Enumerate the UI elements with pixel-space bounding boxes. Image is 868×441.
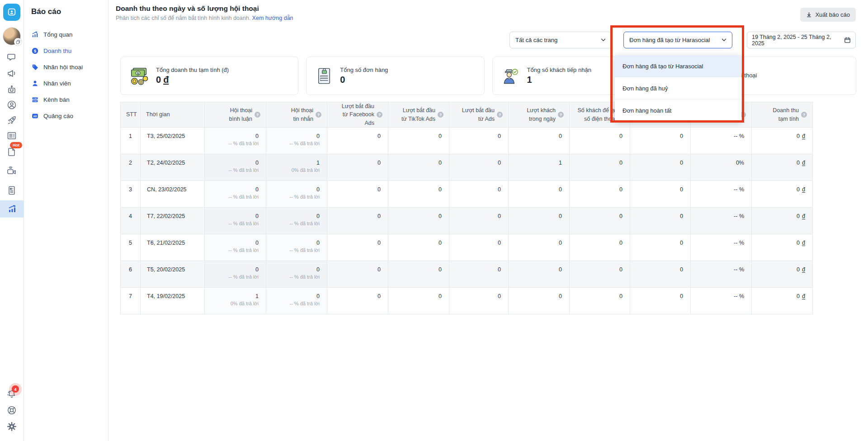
header-label: Số khách để lại số điện thoại (578, 106, 616, 123)
cell-value: 0-- % đã trả lời (266, 128, 327, 154)
cell-value: 0-- % đã trả lời (266, 288, 327, 314)
sidebar-item-label: Nhân viên (43, 80, 71, 87)
cell-value: 0 (509, 261, 570, 288)
cell-value: 0 (449, 208, 509, 234)
chatbot-icon[interactable] (6, 84, 17, 95)
header-cell: Lượt bắt đầu từ Facebook Ads? (327, 102, 388, 128)
help-icon[interactable]: ? (497, 112, 503, 118)
cell-value: 0 (509, 234, 570, 261)
report-sidebar: Báo cáo Tổng quan $ Doanh thu Nhãn hội t… (24, 0, 108, 441)
help-lifebuoy-icon[interactable] (6, 405, 17, 416)
sidebar-item-label: Kênh bán (43, 96, 70, 103)
table-row: 6T5, 20/02/20250-- % đã trả lời0-- % đã … (121, 261, 813, 288)
cell-time: T5, 20/02/2025 (141, 261, 205, 288)
cell-value: 0đ (752, 234, 813, 261)
page-filter-select[interactable]: Tất cả các trang (509, 32, 612, 48)
newsfeed-icon[interactable] (6, 130, 17, 141)
date-range-picker[interactable]: 19 Tháng 2, 2025 - 25 Tháng 2, 2025 (747, 32, 856, 48)
livestream-camera-icon[interactable] (6, 166, 17, 176)
icon-rail: Hot 4 (0, 0, 24, 441)
inbox-chat-icon[interactable] (6, 52, 17, 63)
card-total-revenue: $ Tổng doanh thu tạm tính (đ) 0đ (120, 57, 298, 95)
cell-sub-label: -- % đã trả lời (205, 247, 259, 253)
customer-profile-icon[interactable] (6, 100, 17, 110)
rail-item-reports-active[interactable] (0, 200, 24, 218)
sidebar-item-quang-cao[interactable]: AD Quảng cáo (31, 108, 108, 124)
cell-value: 0 (449, 128, 509, 154)
cell-time: T2, 24/02/2025 (141, 154, 205, 181)
header-label: Lượt bắt đầu từ Ads (462, 106, 495, 123)
cell-value: 0-- % đã trả lời (205, 234, 266, 261)
cell-value: 0 (509, 288, 570, 314)
cell-time: T7, 22/02/2025 (141, 208, 205, 234)
header-label: Thời gian (146, 110, 170, 119)
sidebar-item-tong-quan[interactable]: Tổng quan (31, 26, 108, 43)
cell-value: 0 (449, 234, 509, 261)
chevron-down-icon (722, 38, 726, 42)
cell-value: 0 (630, 181, 691, 208)
table-row: 5T6, 21/02/20250-- % đã trả lời0-- % đã … (121, 234, 813, 261)
cell-value: 0 (630, 288, 691, 314)
cell-value: 0 (327, 128, 388, 154)
cell-value: 0 (570, 288, 630, 314)
cell-value: 0 (327, 288, 388, 314)
cell-value: 0 (630, 128, 691, 154)
cell-value: 0 (570, 261, 630, 288)
megaphone-icon[interactable] (6, 68, 17, 79)
rocket-icon[interactable] (6, 115, 17, 126)
cell-sub-label: -- % đã trả lời (205, 221, 259, 226)
cell-value: 0đ (752, 128, 813, 154)
sidebar-item-nhan-vien[interactable]: Nhân viên (31, 75, 108, 91)
help-icon[interactable]: ? (558, 112, 564, 118)
invoice-icon[interactable] (6, 185, 17, 196)
cell-value: 0-- % đã trả lời (266, 208, 327, 234)
menu-item-order-created[interactable]: Đơn hàng đã tạo từ Harasocial (615, 55, 741, 77)
card-label: Tổng số đơn hàng (340, 66, 388, 73)
menu-item-order-completed[interactable]: Đơn hàng hoàn tất (615, 99, 741, 121)
cell-value: 0-- % đã trả lời (205, 128, 266, 154)
user-avatar[interactable] (3, 27, 21, 45)
sidebar-item-kenh-ban[interactable]: Kênh bán (31, 91, 108, 108)
cell-value: 0 (630, 234, 691, 261)
cell-value: 0 (327, 208, 388, 234)
analytics-chart-icon (7, 204, 18, 214)
cell-value: 0 (327, 154, 388, 181)
cell-value: 0 (388, 181, 449, 208)
order-filter-menu: Đơn hàng đã tạo từ Harasocial Đơn hàng đ… (615, 55, 741, 121)
help-icon[interactable]: ? (255, 112, 260, 118)
cell-value: 0đ (752, 288, 813, 314)
cell-value: 0 (327, 261, 388, 288)
sidebar-title: Báo cáo (31, 7, 108, 16)
cell-value: 0 (388, 154, 449, 181)
sidebar-item-doanh-thu[interactable]: $ Doanh thu (31, 43, 108, 59)
cell-value: -- % (691, 261, 752, 288)
help-icon[interactable]: ? (316, 112, 321, 118)
help-icon[interactable]: ? (438, 112, 443, 118)
cell-value: 0 (570, 234, 630, 261)
cell-value: 0 (570, 181, 630, 208)
cell-sub-label: 0% đã trả lời (266, 167, 320, 173)
help-guide-link[interactable]: Xem hướng dẫn (252, 15, 293, 21)
export-report-button[interactable]: Xuất báo cáo (800, 8, 856, 22)
settings-gear-icon[interactable] (6, 421, 17, 432)
cell-value: -- % (691, 234, 752, 261)
menu-item-order-cancelled[interactable]: Đơn hàng đã huỷ (615, 77, 741, 99)
sidebar-item-nhan-hoi-thoai[interactable]: Nhãn hội thoại (31, 59, 108, 75)
cell-sub-label: -- % đã trả lời (205, 141, 259, 146)
app-logo[interactable] (3, 4, 20, 21)
header-label: Lượt bắt đầu từ Facebook Ads (333, 102, 374, 127)
header-cell: Lượt bắt đầu từ TikTok Ads? (388, 102, 449, 128)
cell-sub-label: -- % đã trả lời (205, 274, 259, 280)
order-status-filter-select[interactable]: Đơn hàng đã tạo từ Harasocial (623, 32, 732, 48)
cell-value: 0đ (752, 261, 813, 288)
cell-value: 0% (691, 154, 752, 181)
help-icon[interactable]: ? (377, 112, 382, 118)
cell-value: 0 (327, 181, 388, 208)
cell-value: 0 (388, 208, 449, 234)
help-icon[interactable]: ? (801, 112, 807, 118)
cell-time: CN, 23/02/2025 (141, 181, 205, 208)
header-cell: Doanh thu tạm tính? (752, 102, 813, 128)
sidebar-item-label: Quảng cáo (43, 113, 73, 119)
cell-value: 0 (630, 154, 691, 181)
cell-value: 0 (630, 208, 691, 234)
